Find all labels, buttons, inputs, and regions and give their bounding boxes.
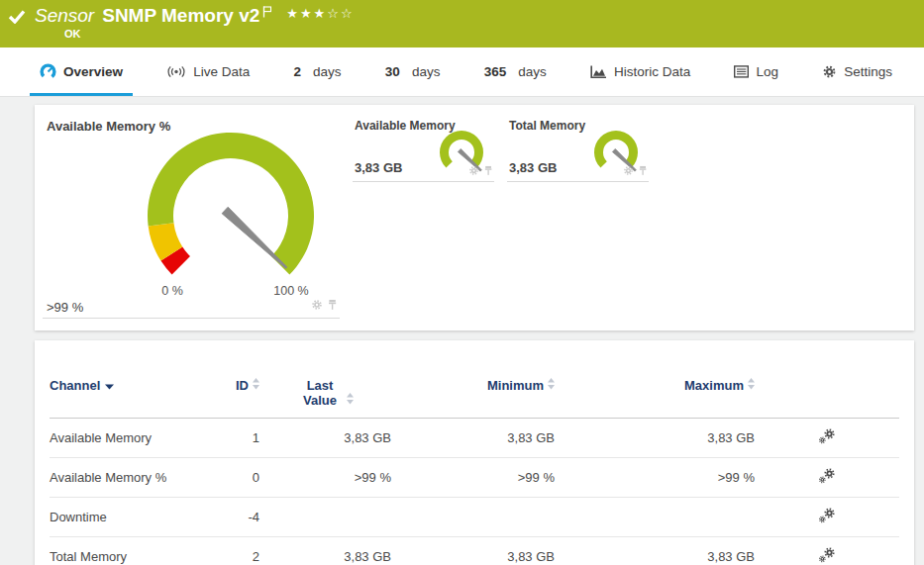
gauge-value: 3,83 GB xyxy=(509,160,557,175)
channel-settings-icon[interactable] xyxy=(755,537,899,565)
tab-365-days[interactable]: 365 days xyxy=(474,47,557,96)
gear-icon xyxy=(822,64,837,79)
sort-icon xyxy=(548,378,555,393)
log-list-icon xyxy=(734,65,749,78)
tab-label: days xyxy=(518,64,547,79)
tab-number: 365 xyxy=(484,64,507,79)
table-row: Total Memory 2 3,83 GB 3,83 GB 3,83 GB xyxy=(50,537,899,565)
main-gauge-tile: Available Memory % 0 %100 % >99 % xyxy=(43,111,340,323)
channel-id: -4 xyxy=(198,498,259,537)
tab-label: Historic Data xyxy=(614,64,690,79)
channel-maximum: 3,83 GB xyxy=(555,419,755,458)
sort-icon xyxy=(347,393,354,408)
available-memory-tile: Available Memory 3,83 GB xyxy=(353,117,494,182)
channels-table: Channel ID Last Value Minimum Maximum xyxy=(50,378,899,565)
channel-minimum xyxy=(391,498,555,537)
tab-30-days[interactable]: 30 days xyxy=(375,47,451,96)
channel-last-value xyxy=(259,498,391,537)
channel-minimum: 3,83 GB xyxy=(391,419,555,458)
channel-name[interactable]: Downtime xyxy=(50,498,198,537)
channel-maximum: 3,83 GB xyxy=(555,537,755,565)
historic-chart-icon xyxy=(590,65,607,79)
status-badge: OK xyxy=(64,28,914,40)
tab-historic-data[interactable]: Historic Data xyxy=(580,47,700,96)
channel-maximum: >99 % xyxy=(555,458,755,498)
channel-id: 1 xyxy=(198,419,259,458)
table-header-row: Channel ID Last Value Minimum Maximum xyxy=(50,378,899,419)
chevron-down-icon xyxy=(105,378,114,393)
gauge-icon xyxy=(40,63,56,80)
tab-overview[interactable]: Overview xyxy=(30,47,133,96)
channel-id: 0 xyxy=(198,458,259,498)
tab-2-days[interactable]: 2 days xyxy=(284,47,352,96)
tab-number: 2 xyxy=(294,64,302,79)
gear-icon[interactable] xyxy=(623,162,634,180)
sensor-title: SNMP Memory v2 xyxy=(102,5,259,27)
column-header-maximum[interactable]: Maximum xyxy=(555,378,755,419)
pin-icon[interactable] xyxy=(483,162,493,180)
table-row: Downtime -4 xyxy=(50,498,899,537)
available-memory-percent-gauge: 0 %100 % xyxy=(117,125,347,301)
channel-name[interactable]: Total Memory xyxy=(50,537,198,565)
tab-label: Settings xyxy=(844,64,892,79)
svg-text:0 %: 0 % xyxy=(161,284,183,298)
tab-label: days xyxy=(412,64,441,79)
channel-settings-icon[interactable] xyxy=(755,419,899,458)
priority-stars[interactable]: ★★★☆☆ xyxy=(286,6,354,21)
channel-settings-icon[interactable] xyxy=(755,498,899,537)
tab-live-data[interactable]: Live Data xyxy=(156,47,259,96)
live-signal-icon xyxy=(166,65,186,78)
channel-maximum xyxy=(555,498,755,537)
gauge-value: >99 % xyxy=(47,300,83,315)
tab-label: days xyxy=(313,64,342,79)
column-header-id[interactable]: ID xyxy=(198,378,259,419)
channel-name[interactable]: Available Memory % xyxy=(50,458,198,498)
channel-name[interactable]: Available Memory xyxy=(50,419,198,458)
table-row: Available Memory 1 3,83 GB 3,83 GB 3,83 … xyxy=(50,419,899,458)
sensor-tab-bar: Overview Live Data 2 days 30 days 365 da… xyxy=(0,47,924,97)
sensor-status-banner: Sensor SNMP Memory v2 ★★★☆☆ OK xyxy=(0,0,924,47)
channel-id: 2 xyxy=(198,537,259,565)
tab-label: Live Data xyxy=(193,64,250,79)
channel-minimum: 3,83 GB xyxy=(391,537,555,565)
channel-last-value: 3,83 GB xyxy=(259,537,391,565)
column-header-last-value[interactable]: Last Value xyxy=(259,378,391,419)
channel-last-value: 3,83 GB xyxy=(259,419,391,458)
gauge-title: Total Memory xyxy=(509,119,585,133)
table-row: Available Memory % 0 >99 % >99 % >99 % xyxy=(50,458,899,498)
object-kind-label: Sensor xyxy=(35,5,94,27)
gear-icon[interactable] xyxy=(311,297,323,315)
gauges-panel: Available Memory % 0 %100 % >99 % xyxy=(35,105,914,330)
pin-icon[interactable] xyxy=(638,162,648,180)
tab-label: Log xyxy=(756,64,778,79)
sort-icon xyxy=(748,378,755,393)
overview-content: Available Memory % 0 %100 % >99 % xyxy=(0,97,924,565)
column-header-channel[interactable]: Channel xyxy=(50,378,198,419)
tab-number: 30 xyxy=(385,64,400,79)
ok-check-icon xyxy=(8,9,26,24)
total-memory-tile: Total Memory 3,83 GB xyxy=(507,117,649,182)
sort-icon xyxy=(253,378,259,393)
channel-settings-icon[interactable] xyxy=(755,458,899,498)
tab-settings[interactable]: Settings xyxy=(812,47,902,96)
gauge-value: 3,83 GB xyxy=(355,160,402,175)
gear-icon[interactable] xyxy=(468,162,479,180)
channel-last-value: >99 % xyxy=(259,458,391,498)
channel-minimum: >99 % xyxy=(391,458,555,498)
tab-log[interactable]: Log xyxy=(724,47,788,96)
svg-text:100 %: 100 % xyxy=(273,284,308,298)
pin-icon[interactable] xyxy=(327,297,338,315)
channels-panel: Channel ID Last Value Minimum Maximum xyxy=(35,340,914,565)
priority-flag-icon[interactable] xyxy=(262,6,272,18)
tab-label: Overview xyxy=(63,64,123,79)
column-header-minimum[interactable]: Minimum xyxy=(391,378,555,419)
